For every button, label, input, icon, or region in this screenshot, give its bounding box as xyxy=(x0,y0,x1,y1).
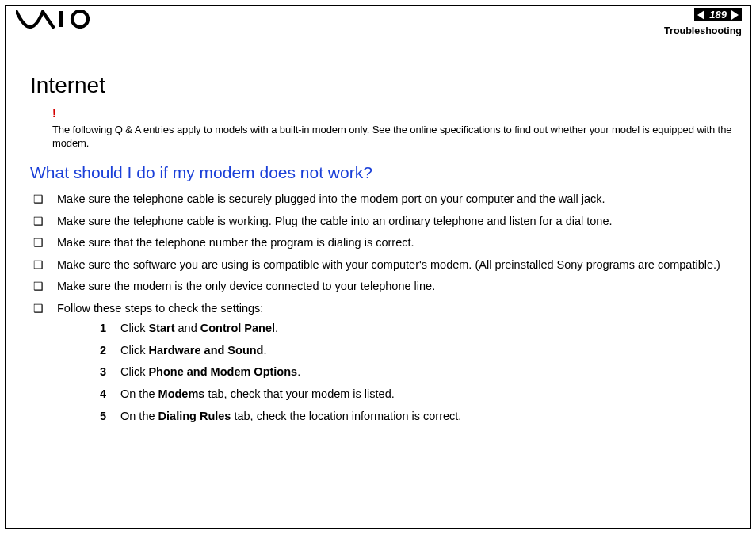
step-text: . xyxy=(275,322,278,334)
bullet-list: Make sure the telephone cable is securel… xyxy=(33,192,734,424)
step-text: Click xyxy=(120,322,148,334)
step-text: . xyxy=(297,365,300,378)
step-item: Click Hardware and Sound. xyxy=(100,343,734,359)
page-title: Internet xyxy=(30,73,734,98)
step-text: On the xyxy=(120,410,158,422)
section-label: Troubleshooting xyxy=(664,25,742,36)
page-indicator: 189 Troubleshooting xyxy=(664,8,742,36)
list-item: Make sure the telephone cable is securel… xyxy=(33,192,734,208)
note-text: The following Q & A entries apply to mod… xyxy=(52,124,731,150)
step-text: On the xyxy=(120,387,158,400)
page-header: 189 Troubleshooting xyxy=(10,8,746,36)
step-bold: Hardware and Sound xyxy=(148,344,263,357)
page-number-badge: 189 xyxy=(694,8,742,21)
step-item: On the Modems tab, check that your modem… xyxy=(100,387,734,402)
list-item: Make sure the telephone cable is working… xyxy=(33,214,734,230)
question-heading: What should I do if my modem does not wo… xyxy=(30,163,734,182)
step-text: tab, check the location information is c… xyxy=(231,410,461,422)
step-bold: Modems xyxy=(158,387,205,400)
step-bold: Phone and Modem Options xyxy=(148,365,297,378)
list-item: Make sure the modem is the only device c… xyxy=(33,279,734,295)
alert-icon: ! xyxy=(52,106,734,121)
note-block: ! The following Q & A entries apply to m… xyxy=(52,106,734,151)
bullet-text: Make sure the software you are using is … xyxy=(57,258,720,271)
triangle-right-icon xyxy=(731,10,739,20)
step-text: Click xyxy=(120,365,148,378)
bullet-text: Make sure that the telephone number the … xyxy=(57,236,414,249)
bullet-text: Make sure the telephone cable is securel… xyxy=(57,193,605,205)
step-text: and xyxy=(175,322,200,334)
bullet-text: Follow these steps to check the settings… xyxy=(57,302,263,315)
list-item: Make sure that the telephone number the … xyxy=(33,235,734,251)
page-number: 189 xyxy=(709,9,727,21)
svg-rect-0 xyxy=(59,11,63,27)
vaio-logo xyxy=(16,10,94,32)
step-item: On the Dialing Rules tab, check the loca… xyxy=(100,409,734,425)
steps-list: Click Start and Control Panel. Click Har… xyxy=(100,321,734,424)
step-text: . xyxy=(263,344,266,357)
step-bold: Start xyxy=(148,322,174,334)
triangle-left-icon xyxy=(697,10,704,20)
svg-point-1 xyxy=(72,11,88,27)
list-item: Follow these steps to check the settings… xyxy=(33,301,734,424)
page-content: Internet ! The following Q & A entries a… xyxy=(30,73,734,430)
step-bold: Dialing Rules xyxy=(158,410,231,422)
bullet-text: Make sure the telephone cable is working… xyxy=(57,215,612,227)
step-item: Click Start and Control Panel. xyxy=(100,321,734,337)
list-item: Make sure the software you are using is … xyxy=(33,257,734,273)
bullet-text: Make sure the modem is the only device c… xyxy=(57,280,435,292)
step-item: Click Phone and Modem Options. xyxy=(100,364,734,380)
step-bold: Control Panel xyxy=(200,322,275,334)
step-text: Click xyxy=(120,344,148,357)
step-text: tab, check that your modem is listed. xyxy=(204,387,394,400)
